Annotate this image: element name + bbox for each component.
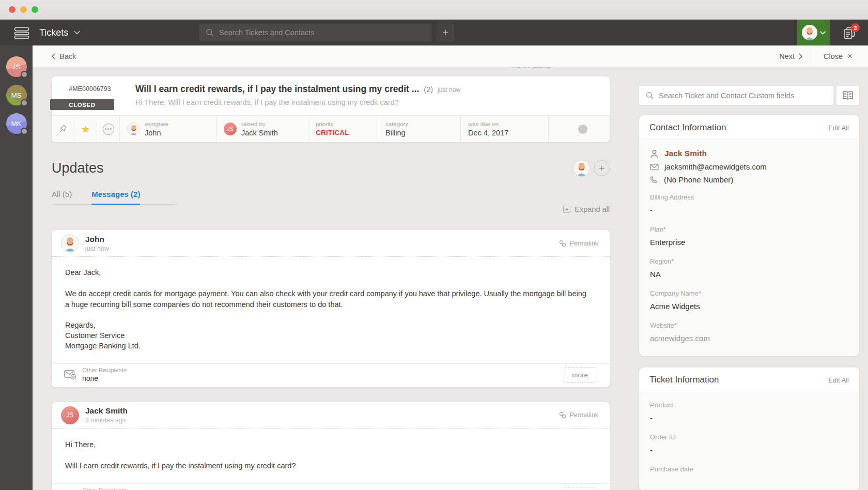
message-header: JS Jack Smith 3 minutes ago Permalink <box>52 402 610 429</box>
agent-avatar-mk[interactable]: MK <box>6 113 27 134</box>
priority-label: priority <box>316 120 349 128</box>
field-website[interactable]: Website* acmewidges.com <box>650 321 849 343</box>
close-ticket-button[interactable]: Close × <box>824 51 853 62</box>
window-zoom-button[interactable] <box>32 6 38 13</box>
status-dot <box>21 99 28 106</box>
agent-avatar-js[interactable]: JS <box>6 56 27 77</box>
window-minimize-button[interactable] <box>20 6 27 13</box>
book-icon <box>842 90 854 101</box>
contact-name-row[interactable]: Jack Smith <box>650 149 849 158</box>
field-region[interactable]: Region* NA <box>650 257 849 279</box>
ellipsis-icon <box>103 124 114 135</box>
ticket-thread-count: (2) <box>424 85 433 94</box>
custom-fields-search-input[interactable] <box>659 91 827 100</box>
more-options-button[interactable] <box>97 116 120 142</box>
field-value: - <box>650 414 849 422</box>
ticket-properties-row: ★ assignee John <box>52 115 610 142</box>
category-field[interactable]: category Billing <box>378 116 461 142</box>
priority-field[interactable]: priority CRITICAL <box>308 116 378 142</box>
chevron-left-icon <box>52 53 55 59</box>
field-product[interactable]: Product - <box>650 401 849 422</box>
message-line: Hi There, <box>65 439 588 450</box>
ticket-queue-icon[interactable] <box>14 26 29 40</box>
ticket-id: #ME00006793 <box>52 85 128 93</box>
more-button[interactable]: more <box>564 367 596 383</box>
agent-avatar-ms[interactable]: MS <box>6 85 27 105</box>
updates-tabs-row: All (5) Messages (2) + Expand all <box>52 186 610 215</box>
due-date-label: was due on <box>468 120 508 128</box>
back-button[interactable]: Back <box>52 52 76 60</box>
avatar-initials: MS <box>11 91 21 99</box>
message-author: John <box>85 235 109 244</box>
next-ticket-button[interactable]: Next <box>779 52 802 60</box>
pin-button[interactable] <box>52 116 74 142</box>
agent-status-menu[interactable] <box>797 20 830 45</box>
chevron-right-icon <box>799 53 802 59</box>
custom-fields-search[interactable] <box>639 86 833 105</box>
field-value: - <box>650 446 849 454</box>
assignee-field[interactable]: assignee John <box>120 116 216 142</box>
field-plan[interactable]: Plan* Enterprise <box>650 225 849 247</box>
edit-all-button[interactable]: Edit All <box>828 124 849 132</box>
main-area: Back Next Close × More Actions <box>33 45 868 490</box>
add-update-button[interactable]: + <box>594 160 610 176</box>
follow-button[interactable]: ★ <box>74 116 97 142</box>
expand-all-button[interactable]: + Expand all <box>563 205 610 213</box>
status-dot <box>21 128 28 135</box>
permalink-button[interactable]: Permalink <box>559 240 598 247</box>
field-label: Plan* <box>650 225 849 233</box>
message-line: We do accept credit cards for mortgage p… <box>65 288 588 310</box>
ticket-title[interactable]: Will I earn credit rewards, if I pay the… <box>135 84 419 95</box>
field-order-id[interactable]: Order ID - <box>650 433 849 454</box>
raised-by-field[interactable]: JS raised by Jack Smith <box>216 116 308 142</box>
ticket-preview: Hi There, Will I earn credit rewards, if… <box>135 98 460 106</box>
search-icon <box>206 28 214 37</box>
reply-author-avatar[interactable] <box>573 160 590 177</box>
module-switcher[interactable]: Tickets <box>39 27 80 38</box>
due-date-field[interactable]: was due on Dec 4, 2017 <box>461 116 549 142</box>
field-billing-address[interactable]: Billing Address - <box>650 193 849 215</box>
message-line: Will I earn credit rewards, if I pay the… <box>65 461 588 471</box>
add-ticket-button[interactable]: + <box>437 24 454 41</box>
toolbar-divider <box>813 45 813 67</box>
ticket-time: just now <box>438 86 460 94</box>
contact-name[interactable]: Jack Smith <box>664 149 707 158</box>
avatar-initials: JS <box>66 411 73 419</box>
field-layout-button[interactable] <box>836 86 859 105</box>
notifications-button[interactable]: 3 <box>830 20 868 45</box>
field-company-name[interactable]: Company Name* Acme Widgets <box>650 289 849 311</box>
author-avatar: JS <box>61 406 79 424</box>
message-footer: Other Recipients none more <box>52 483 610 490</box>
field-label: Region* <box>650 257 849 265</box>
search-icon <box>646 91 654 99</box>
expand-all-label: Expand all <box>575 205 610 213</box>
edit-all-button[interactable]: Edit All <box>828 376 849 384</box>
contact-email-row[interactable]: jacksmith@acmewidgets.com <box>650 162 849 171</box>
rating-circle-icon[interactable] <box>578 125 587 134</box>
tab-messages[interactable]: Messages (2) <box>91 190 140 204</box>
tab-all[interactable]: All (5) <box>52 190 72 204</box>
window-close-button[interactable] <box>9 6 16 13</box>
ticket-summary-card: #ME00006793 CLOSED Will I earn credit re… <box>52 76 610 142</box>
global-search-input[interactable] <box>219 28 425 37</box>
category-label: category <box>385 120 408 128</box>
contact-phone-row[interactable]: (No Phone Number) <box>650 175 849 184</box>
app-topbar: Tickets + 3 <box>0 20 868 45</box>
close-x-icon: × <box>847 51 853 62</box>
contact-email[interactable]: jacksmith@acmewidgets.com <box>664 162 767 171</box>
person-icon <box>650 149 659 158</box>
permalink-button[interactable]: Permalink <box>559 411 598 419</box>
field-label: Billing Address <box>650 193 849 201</box>
plus-icon: + <box>442 27 448 38</box>
message-author: Jack Smith <box>85 406 128 416</box>
field-value[interactable]: acmewidges.com <box>650 334 849 343</box>
field-label: Purchase date <box>650 465 849 473</box>
field-purchase-date[interactable]: Purchase date <box>650 465 849 473</box>
assignee-value: John <box>145 128 168 137</box>
message-line: Regards, <box>65 320 595 330</box>
updates-heading: Updates <box>52 160 104 176</box>
star-icon: ★ <box>81 124 90 134</box>
global-search[interactable] <box>199 24 431 41</box>
more-button[interactable]: more <box>564 487 596 490</box>
message-card-john: John just now Permalink Dear Jack, We do… <box>52 230 610 387</box>
